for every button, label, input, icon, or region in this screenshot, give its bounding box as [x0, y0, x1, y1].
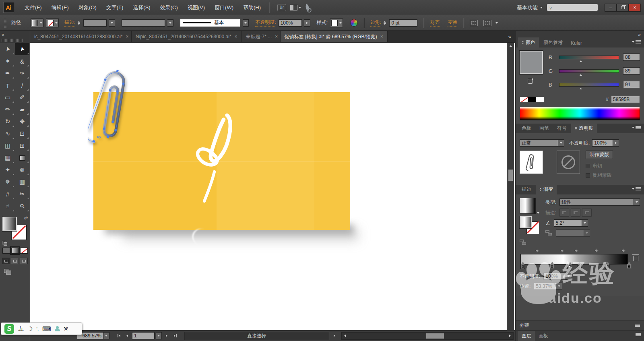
- symbol-sprayer-tool[interactable]: ✵: [0, 176, 15, 188]
- perspective-grid-tool[interactable]: ⊞: [15, 140, 29, 152]
- color-button[interactable]: [2, 248, 10, 254]
- chevron-down-icon[interactable]: [537, 212, 539, 214]
- panel-menu-button[interactable]: [632, 187, 641, 190]
- blue-slider[interactable]: [559, 83, 619, 87]
- shape-builder-tool[interactable]: ◫: [0, 140, 15, 152]
- gradient-stop-selected[interactable]: [568, 264, 572, 269]
- menu-edit[interactable]: 编辑(E): [47, 0, 74, 15]
- recolor-artwork-icon[interactable]: [350, 19, 358, 27]
- draw-normal-button[interactable]: [2, 258, 10, 264]
- gradient-midpoint[interactable]: [535, 249, 539, 253]
- draw-inside-button[interactable]: [20, 258, 28, 264]
- screen-mode-button[interactable]: [4, 269, 13, 275]
- gradient-midpoint[interactable]: [621, 249, 625, 253]
- menu-window[interactable]: 窗口(W): [210, 0, 238, 15]
- direct-selection-tool[interactable]: ➤: [15, 43, 29, 55]
- line-segment-tool[interactable]: /: [15, 79, 29, 91]
- type-tool[interactable]: T: [0, 79, 15, 91]
- hand-tool[interactable]: ☝: [0, 200, 15, 212]
- reverse-gradient-icon[interactable]: [520, 240, 527, 245]
- tab-stroke[interactable]: 描边: [518, 184, 535, 194]
- artboard-dd[interactable]: [156, 332, 162, 339]
- mesh-tool[interactable]: ▦: [0, 152, 15, 164]
- width-profile-dd[interactable]: [167, 19, 173, 27]
- rectangle-tool[interactable]: ▭: [0, 91, 15, 103]
- gradient-stop[interactable]: [577, 264, 582, 269]
- tab-brushes[interactable]: 画笔: [536, 123, 553, 133]
- aspect-ratio-dropdown[interactable]: [556, 229, 584, 237]
- workspace-switcher[interactable]: 基本功能: [517, 4, 543, 11]
- scroll-right-button[interactable]: [507, 333, 513, 339]
- stroke-weight-stepper[interactable]: [78, 21, 80, 25]
- blob-brush-tool[interactable]: ✑: [15, 67, 29, 79]
- draw-behind-button[interactable]: [11, 258, 19, 264]
- stroke-weight-dd[interactable]: [109, 19, 115, 27]
- tab-color[interactable]: 颜色: [518, 37, 539, 48]
- tab-transparency[interactable]: 透明度: [571, 123, 597, 133]
- scroll-up-button[interactable]: [507, 43, 514, 49]
- gradient-along-stroke-button[interactable]: [571, 209, 580, 217]
- wrench-icon[interactable]: ⚒: [64, 326, 68, 332]
- appearance-panel-header[interactable]: 外观: [516, 320, 644, 330]
- status-expand-button[interactable]: [331, 332, 338, 339]
- keyboard-icon[interactable]: ⌨: [42, 325, 51, 333]
- panel-menu-button[interactable]: [632, 126, 641, 129]
- tab-gradient[interactable]: 渐变: [536, 184, 557, 194]
- document-tab-2[interactable]: Nipic_8047451_20140816075445263000.ai* ×: [132, 31, 242, 42]
- brush-definition-dropdown[interactable]: 基本: [180, 19, 240, 27]
- close-icon[interactable]: ×: [126, 34, 129, 39]
- document-tab-3[interactable]: 未标题-7* ... ×: [242, 31, 281, 42]
- lasso-tool[interactable]: &: [15, 55, 29, 67]
- gradient-type-dropdown[interactable]: 线性: [559, 198, 634, 206]
- opacity-dd[interactable]: [613, 139, 619, 147]
- gradient-preview-swatch[interactable]: [520, 198, 536, 214]
- opacity-dd[interactable]: [304, 19, 310, 27]
- ime-mode-label[interactable]: 五: [18, 325, 24, 333]
- menu-view[interactable]: 视图(V): [183, 0, 210, 15]
- previous-artboard-button[interactable]: [124, 333, 131, 339]
- gradient-angle-field[interactable]: 5.2°: [554, 219, 582, 227]
- close-button[interactable]: ×: [629, 4, 641, 12]
- gradient-tool[interactable]: [15, 152, 29, 164]
- last-artboard-button[interactable]: [171, 333, 179, 339]
- current-color-swatch[interactable]: [520, 51, 543, 74]
- rotate-tool[interactable]: ↻: [0, 116, 15, 128]
- gradient-stop[interactable]: [605, 264, 610, 269]
- align-link[interactable]: 对齐: [430, 19, 440, 27]
- panel-menu-button[interactable]: [632, 40, 641, 43]
- blend-mode-dd[interactable]: [558, 139, 564, 147]
- style-dropdown[interactable]: [330, 19, 343, 27]
- gradient-button[interactable]: [11, 248, 19, 254]
- moon-icon[interactable]: ☽: [27, 325, 33, 333]
- gradient-bar[interactable]: [520, 254, 628, 265]
- collapse-dock-icon[interactable]: »: [638, 32, 641, 37]
- gradient-stop[interactable]: [520, 264, 525, 269]
- tab-layers[interactable]: 图层: [518, 331, 535, 341]
- blend-tool[interactable]: ⊚: [15, 164, 29, 176]
- gradient-across-stroke-button[interactable]: [582, 209, 592, 217]
- color-spectrum-bar[interactable]: [520, 107, 640, 120]
- stop-opacity-field[interactable]: 100%: [543, 273, 566, 280]
- aspect-dd[interactable]: [584, 229, 590, 237]
- make-mask-button[interactable]: 制作蒙版: [586, 151, 613, 159]
- white-swatch[interactable]: [536, 97, 544, 102]
- blend-mode-dropdown[interactable]: 正常: [520, 139, 558, 147]
- scale-tool[interactable]: ✥: [15, 116, 29, 128]
- slider-handle[interactable]: [580, 74, 582, 76]
- width-tool[interactable]: ∿: [0, 128, 15, 140]
- corner-label[interactable]: 边角:: [370, 19, 381, 27]
- angle-dd[interactable]: [582, 219, 588, 227]
- menu-file[interactable]: 文件(F): [20, 0, 47, 15]
- tab-swatches[interactable]: 色板: [518, 123, 535, 133]
- tab-color-guide[interactable]: 颜色参考: [540, 37, 566, 48]
- bridge-button[interactable]: Br: [277, 4, 286, 11]
- swap-fill-stroke-icon[interactable]: ⇄: [24, 215, 28, 221]
- first-artboard-button[interactable]: [115, 333, 122, 339]
- restore-button[interactable]: [617, 4, 629, 12]
- input-method-bar[interactable]: S 五 ☽ ’, ⌨ ⚒: [1, 322, 82, 335]
- tab-kuler[interactable]: Kuler: [567, 39, 586, 48]
- menu-help[interactable]: 帮助(H): [238, 0, 266, 15]
- gradient-midpoint[interactable]: [574, 249, 578, 253]
- gradient-fill-proxy[interactable]: [520, 216, 532, 228]
- eyedropper-tool[interactable]: ✦: [0, 164, 15, 176]
